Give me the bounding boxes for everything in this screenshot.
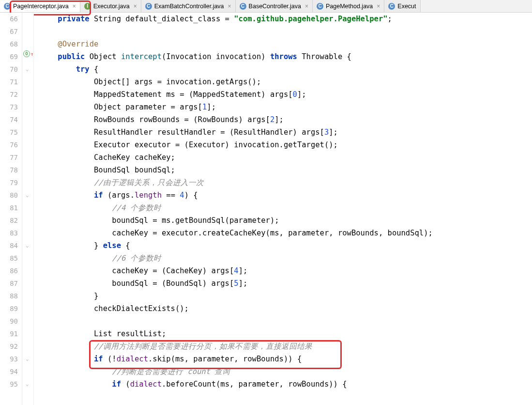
close-icon[interactable]: × xyxy=(228,3,231,10)
code-line[interactable]: } else { xyxy=(34,239,532,252)
code-line[interactable]: Executor executor = (Executor) invocatio… xyxy=(34,139,532,151)
code-line[interactable]: //6 个参数时 xyxy=(34,252,532,265)
code-line[interactable]: cacheKey = (CacheKey) args[4]; xyxy=(34,265,532,277)
code-line[interactable] xyxy=(34,25,532,38)
line-number: 74 xyxy=(0,113,18,126)
tab-2[interactable]: CExamBatchController.java× xyxy=(141,0,236,12)
tab-label: Executor.java xyxy=(93,3,130,10)
code-line[interactable]: checkDialectExists(); xyxy=(34,302,532,315)
code-line[interactable]: try { xyxy=(34,63,532,76)
fold-icon[interactable]: ⌄ xyxy=(26,242,29,249)
line-number: 88 xyxy=(0,290,18,302)
marker-column: O ⌄⌄⌄⌄⌄ xyxy=(22,13,34,405)
line-number: 84 xyxy=(0,239,18,252)
code-line[interactable]: } xyxy=(34,290,532,302)
tab-3[interactable]: CBaseController.java× xyxy=(236,0,313,12)
tab-1[interactable]: IExecutor.java× xyxy=(80,0,141,12)
line-number: 86 xyxy=(0,265,18,277)
code-line[interactable]: //调用方法判断是否需要进行分页，如果不需要，直接返回结果 xyxy=(34,340,532,353)
line-number: 68 xyxy=(0,38,18,50)
line-number: 87 xyxy=(0,277,18,290)
line-number: 72 xyxy=(0,88,18,101)
code-line[interactable]: //由于逻辑关系，只会进入一次 xyxy=(34,176,532,189)
line-number: 85 xyxy=(0,252,18,265)
code-line[interactable]: public Object intercept(Invocation invoc… xyxy=(34,50,532,63)
line-number: 80 xyxy=(0,189,18,202)
code-area[interactable]: private String default_dialect_class = "… xyxy=(34,13,532,405)
close-icon[interactable]: × xyxy=(305,3,308,10)
line-number: 67 xyxy=(0,25,18,38)
line-number: 76 xyxy=(0,139,18,151)
tab-label: ExamBatchController.java xyxy=(154,3,224,10)
tab-4[interactable]: CPageMethod.java× xyxy=(313,0,384,12)
line-number: 70 xyxy=(0,63,18,76)
code-line[interactable]: if (dialect.beforeCount(ms, parameter, r… xyxy=(34,378,532,390)
code-line[interactable]: cacheKey = executor.createCacheKey(ms, p… xyxy=(34,227,532,239)
line-number: 89 xyxy=(0,302,18,315)
code-line[interactable]: @Override xyxy=(34,38,532,50)
tab-label: Execut xyxy=(397,3,416,10)
class-icon: C xyxy=(240,3,246,10)
code-line[interactable]: if (args.length == 4) { xyxy=(34,189,532,202)
line-number: 77 xyxy=(0,151,18,164)
line-number-gutter: 6667686970717273747576777879808182838485… xyxy=(0,13,22,405)
class-icon: C xyxy=(4,3,11,10)
tab-bar: CPageInterceptor.java×IExecutor.java×CEx… xyxy=(0,0,532,13)
code-line[interactable]: Object[] args = invocation.getArgs(); xyxy=(34,76,532,88)
code-editor[interactable]: 6667686970717273747576777879808182838485… xyxy=(0,13,532,405)
class-icon: C xyxy=(317,3,323,10)
line-number: 66 xyxy=(0,13,18,25)
tab-5[interactable]: CExecut xyxy=(384,0,420,12)
line-number: 81 xyxy=(0,202,18,214)
close-icon[interactable]: × xyxy=(73,3,76,10)
code-line[interactable]: MappedStatement ms = (MappedStatement) a… xyxy=(34,88,532,101)
code-line[interactable]: if (!dialect.skip(ms, parameter, rowBoun… xyxy=(34,353,532,365)
line-number: 90 xyxy=(0,315,18,327)
class-icon: C xyxy=(388,3,395,10)
line-number: 82 xyxy=(0,214,18,227)
code-line[interactable]: //判断是否需要进行 count 查询 xyxy=(34,365,532,378)
line-number: 83 xyxy=(0,227,18,239)
tab-label: PageMethod.java xyxy=(326,3,373,10)
line-number: 91 xyxy=(0,327,18,340)
code-line[interactable]: ResultHandler resultHandler = (ResultHan… xyxy=(34,126,532,139)
fold-icon[interactable]: ⌄ xyxy=(26,66,29,72)
line-number: 93 xyxy=(0,353,18,365)
code-line[interactable]: boundSql = (BoundSql) args[5]; xyxy=(34,277,532,290)
line-number: 75 xyxy=(0,126,18,139)
tab-0[interactable]: CPageInterceptor.java× xyxy=(0,0,80,12)
fold-icon[interactable]: ⌄ xyxy=(26,192,29,198)
line-number: 92 xyxy=(0,340,18,353)
code-line[interactable]: RowBounds rowBounds = (RowBounds) args[2… xyxy=(34,113,532,126)
line-number: 69 xyxy=(0,50,18,63)
code-line[interactable]: CacheKey cacheKey; xyxy=(34,151,532,164)
tab-label: BaseController.java xyxy=(249,3,301,10)
line-number: 95 xyxy=(0,378,18,390)
close-icon[interactable]: × xyxy=(377,3,380,10)
code-line[interactable]: //4 个参数时 xyxy=(34,202,532,214)
interface-icon: I xyxy=(84,3,91,10)
class-icon: C xyxy=(145,3,152,10)
code-line[interactable]: private String default_dialect_class = "… xyxy=(34,13,532,25)
code-line[interactable]: List resultList; xyxy=(34,327,532,340)
line-number: 71 xyxy=(0,76,18,88)
override-gutter-icon[interactable]: O xyxy=(23,50,30,57)
fold-icon[interactable]: ⌄ xyxy=(26,356,29,362)
close-icon[interactable]: × xyxy=(134,3,137,10)
fold-icon[interactable]: ⌄ xyxy=(26,381,29,387)
code-line[interactable]: BoundSql boundSql; xyxy=(34,164,532,176)
tab-label: PageInterceptor.java xyxy=(13,3,69,10)
line-number: 78 xyxy=(0,164,18,176)
line-number: 94 xyxy=(0,365,18,378)
code-line[interactable] xyxy=(34,315,532,327)
line-number: 73 xyxy=(0,101,18,113)
code-line[interactable]: Object parameter = args[1]; xyxy=(34,101,532,113)
line-number: 79 xyxy=(0,176,18,189)
code-line[interactable]: boundSql = ms.getBoundSql(parameter); xyxy=(34,214,532,227)
